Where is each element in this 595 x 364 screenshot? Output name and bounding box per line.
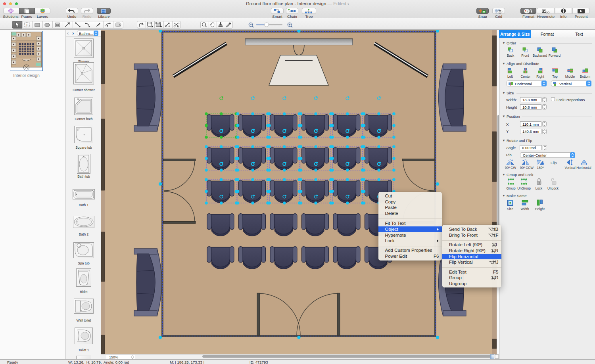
svg-text:T: T bbox=[26, 23, 28, 27]
